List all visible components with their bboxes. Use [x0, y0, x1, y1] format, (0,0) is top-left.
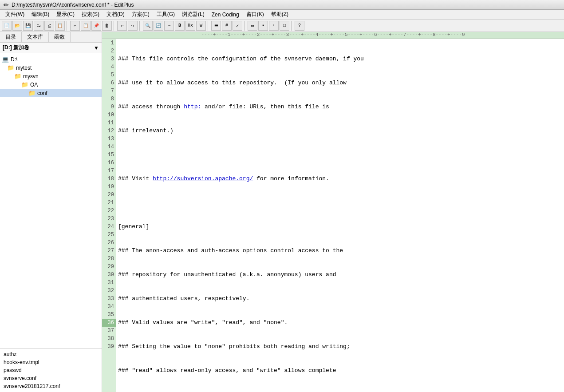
- tb-hx[interactable]: Hx: [185, 21, 195, 31]
- file-svnserve-backup[interactable]: svnserve20181217.conf: [0, 382, 102, 390]
- tb-save[interactable]: 💾: [23, 21, 33, 31]
- line-numbers: 1 2 3 4 5 6 7 8 9 10 11 12 13 14 15 16 1…: [102, 39, 116, 392]
- tb-goto[interactable]: →: [164, 21, 174, 31]
- tb-box3[interactable]: ▫: [269, 21, 279, 31]
- code-line-6: ### Visit http://subversion.apache.org/ …: [118, 175, 562, 183]
- new-folder-label: [D:] 新加卷: [3, 44, 29, 51]
- tab-functions[interactable]: 函数: [49, 32, 71, 42]
- sep1: [67, 21, 68, 31]
- lnum-36: 36: [102, 319, 116, 327]
- menu-browser[interactable]: 浏览器(L): [178, 10, 208, 19]
- tab-directory[interactable]: 目录: [0, 32, 22, 42]
- lnum-5: 5: [102, 71, 116, 79]
- file-svnserve[interactable]: svnserve.conf: [0, 374, 102, 382]
- file-tree: 💻 D:\ 📁 mytest 📁 mysvn 📁 OA 📁 conf: [0, 53, 102, 348]
- tab-textlib[interactable]: 文本库: [22, 32, 49, 42]
- tab-row: 目录 文本库 函数: [0, 32, 102, 43]
- editor-wrapper: ----+----1----+----2----+----3----+----4…: [102, 32, 564, 392]
- code-line-8: [general]: [118, 223, 562, 231]
- title-text: D:\mytest\mysvn\OA\conf\svnserve.conf * …: [12, 2, 134, 8]
- code-container[interactable]: 1 2 3 4 5 6 7 8 9 10 11 12 13 14 15 16 1…: [102, 39, 564, 392]
- drive-icon: 💻: [2, 56, 9, 63]
- tree-item-conf[interactable]: 📁 conf: [0, 89, 102, 97]
- lnum-31: 31: [102, 279, 116, 287]
- code-line-10: ### repository for unauthenticated (a.k.…: [118, 271, 562, 279]
- link-apache[interactable]: http://subversion.apache.org/: [153, 175, 253, 182]
- menu-zen[interactable]: Zen Coding: [208, 11, 243, 19]
- folder-icon-mysvn: 📁: [14, 73, 21, 79]
- menu-tools[interactable]: 工具(G): [153, 10, 178, 19]
- tb-list[interactable]: ☰: [211, 21, 221, 31]
- lnum-7: 7: [102, 87, 116, 95]
- lnum-6: 6: [102, 79, 116, 87]
- menu-view[interactable]: 显示(C): [53, 10, 78, 19]
- file-authz[interactable]: authz: [0, 350, 102, 358]
- tb-print2[interactable]: 📋: [55, 21, 65, 31]
- tree-label-mytest: mytest: [16, 65, 32, 71]
- tb-new[interactable]: 📄: [2, 21, 12, 31]
- tb-save-all[interactable]: 🗂: [34, 21, 43, 31]
- menu-window[interactable]: 窗口(K): [243, 10, 268, 19]
- lnum-23: 23: [102, 215, 116, 223]
- lnum-27: 27: [102, 247, 116, 255]
- title-bar: ✏ D:\mytest\mysvn\OA\conf\svnserve.conf …: [0, 0, 564, 10]
- file-passwd[interactable]: passwd: [0, 366, 102, 374]
- tb-w[interactable]: W: [196, 21, 206, 31]
- tb-find[interactable]: 🔍: [143, 21, 153, 31]
- lnum-35: 35: [102, 311, 116, 319]
- lnum-2: 2: [102, 47, 116, 55]
- tb-replace[interactable]: 🔄: [154, 21, 163, 31]
- sep6: [291, 21, 293, 31]
- left-panel: 目录 文本库 函数 [D:] 新加卷 ▼ 💻 D:\ 📁 mytest 📁 my…: [0, 32, 102, 392]
- file-hooks[interactable]: hooks-env.tmpl: [0, 358, 102, 366]
- tb-box[interactable]: ▭: [248, 21, 257, 31]
- code-line-5: [118, 151, 562, 159]
- tree-item-mytest[interactable]: 📁 mytest: [0, 63, 102, 72]
- tb-undo[interactable]: ↩: [117, 21, 127, 31]
- tb-open[interactable]: 📂: [12, 21, 22, 31]
- tb-box4[interactable]: □: [280, 21, 289, 31]
- menu-scheme[interactable]: 方案(E): [128, 10, 153, 19]
- lnum-10: 10: [102, 111, 116, 119]
- folder-icon-conf: 📁: [28, 90, 35, 96]
- code-editor[interactable]: ### This file controls the configuration…: [116, 39, 564, 392]
- tb-delete[interactable]: 🗑: [102, 21, 112, 31]
- tb-b[interactable]: B: [175, 21, 185, 31]
- lnum-13: 13: [102, 135, 116, 143]
- code-line-3: ### access through http: and/or file: UR…: [118, 103, 562, 111]
- tb-help[interactable]: ?: [295, 21, 304, 31]
- tb-box2[interactable]: ▪: [258, 21, 268, 31]
- menu-edit[interactable]: 编辑(B): [28, 10, 53, 19]
- tree-item-oa[interactable]: 📁 OA: [0, 80, 102, 89]
- tb-copy[interactable]: 📋: [81, 21, 91, 31]
- menu-file[interactable]: 文件(W): [2, 10, 28, 19]
- tb-cut[interactable]: ✂: [70, 21, 80, 31]
- link-http[interactable]: http:: [184, 103, 201, 110]
- tb-print[interactable]: 🖨: [44, 21, 54, 31]
- tb-paste[interactable]: 📌: [91, 21, 101, 31]
- code-line-13: ### Setting the value to "none" prohibit…: [118, 343, 562, 351]
- dropdown-icon[interactable]: ▼: [94, 45, 99, 51]
- tree-item-d[interactable]: 💻 D:\: [0, 55, 102, 63]
- tree-item-mysvn[interactable]: 📁 mysvn: [0, 72, 102, 80]
- new-folder-row[interactable]: [D:] 新加卷 ▼: [0, 43, 102, 53]
- lnum-15: 15: [102, 151, 116, 159]
- menu-search[interactable]: 搜索(S): [78, 10, 103, 19]
- lnum-14: 14: [102, 143, 116, 151]
- code-line-7: [118, 199, 562, 207]
- tb-num[interactable]: #: [222, 21, 232, 31]
- sep3: [139, 21, 141, 31]
- tree-label-mysvn: mysvn: [23, 73, 39, 79]
- lnum-3: 3: [102, 55, 116, 63]
- lnum-24: 24: [102, 223, 116, 231]
- tb-redo[interactable]: ↪: [128, 21, 138, 31]
- lnum-12: 12: [102, 127, 116, 135]
- lnum-33: 33: [102, 295, 116, 303]
- tb-check[interactable]: ✓: [233, 21, 242, 31]
- tree-label-conf: conf: [37, 90, 47, 96]
- lnum-25: 25: [102, 231, 116, 239]
- menu-help[interactable]: 帮助(Z): [268, 10, 292, 19]
- menu-doc[interactable]: 文档(D): [103, 10, 128, 19]
- lnum-11: 11: [102, 119, 116, 127]
- lnum-39: 39: [102, 343, 116, 351]
